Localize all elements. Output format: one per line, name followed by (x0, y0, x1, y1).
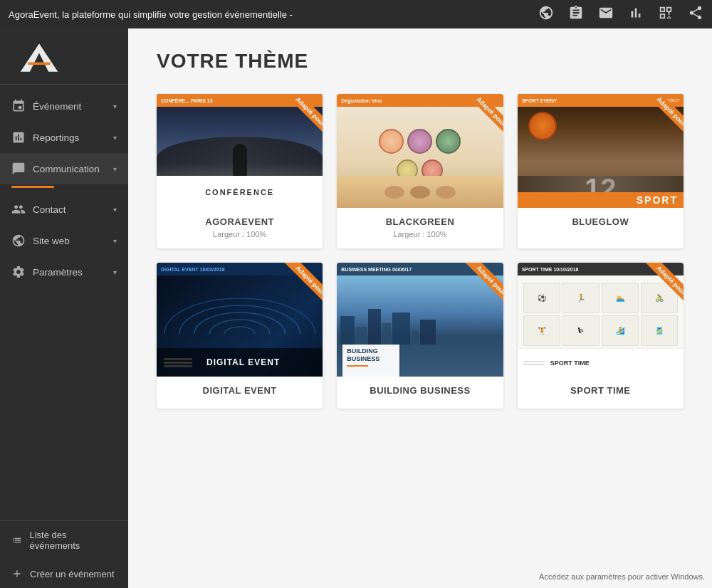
sport-name: SPORT TIME (529, 385, 672, 396)
sidebar-logo (0, 28, 128, 84)
sidebar-item-parametres[interactable]: Paramètres ▾ (0, 256, 128, 288)
business-name: BUILDING BUSINESS (348, 385, 491, 396)
theme-card-blueglow[interactable]: Adapté pour mobile SPORT EVENT 15/03/201… (518, 94, 684, 248)
parametres-label: Paramètres (33, 267, 106, 278)
sidebar-item-contact[interactable]: Contact ▾ (0, 194, 128, 225)
main-content: VOTRE THÈME Adapté pour mobile CONFÉRENC… (128, 28, 712, 588)
business-info: BUILDING BUSINESS (337, 377, 503, 409)
blueglow-info: BLUEGLOW (518, 208, 684, 240)
envelope-icon[interactable] (598, 5, 614, 24)
blueglow-name: BLUEGLOW (529, 216, 672, 227)
evenement-chevron: ▾ (113, 103, 117, 110)
evenement-label: Événement (33, 101, 106, 112)
topbar: AgoraEvent, la plateforme qui simplifie … (0, 0, 712, 28)
agoraevent-size: Largeur : 100% (168, 230, 311, 238)
reportings-label: Reportings (33, 132, 106, 143)
qrcode-icon[interactable] (658, 5, 674, 24)
theme-card-sport[interactable]: Adapté pour mobile SPORT TIME 10/10/2018… (518, 263, 684, 409)
sidebar-bottom: Liste des événements Créer un événement (0, 520, 128, 588)
theme-card-agoraevent[interactable]: Adapté pour mobile CONFÉRENCE CON (157, 94, 323, 248)
site-web-label: Site web (33, 236, 106, 246)
topbar-text: AgoraEvent, la plateforme qui simplifie … (9, 9, 527, 20)
contact-chevron: ▾ (113, 206, 117, 214)
page-title: VOTRE THÈME (157, 50, 684, 73)
svg-point-3 (164, 298, 315, 334)
blackgreen-name: BLACKGREEN (348, 216, 491, 227)
sport-info: SPORT TIME (518, 377, 684, 409)
topbar-icons (538, 5, 703, 24)
blackgreen-info: BLACKGREEN Largeur : 100% (337, 208, 503, 248)
communication-underline (11, 186, 54, 188)
site-web-chevron: ▾ (113, 237, 117, 245)
contact-label: Contact (33, 204, 106, 215)
layout: Événement ▾ Reportings ▾ Communication ▾… (0, 28, 712, 588)
sidebar-item-communication[interactable]: Communication ▾ (0, 153, 128, 184)
creer-evenement-label: Créer un événement (30, 569, 115, 579)
theme-card-blackgreen[interactable]: Adapté pour mobile Dégustation Vins (337, 94, 503, 248)
agoraevent-info: AGORAEVENT Largeur : 100% (157, 208, 323, 248)
clipboard-icon[interactable] (568, 5, 584, 24)
svg-rect-2 (28, 63, 51, 65)
liste-evenements-item[interactable]: Liste des événements (0, 521, 128, 560)
digital-info: DIGITAL EVENT (157, 377, 323, 409)
chart-icon[interactable] (628, 5, 644, 24)
theme-card-digital[interactable]: Adapté pour mobile DIGITAL EVENT 10/02/2… (157, 263, 323, 409)
sidebar-item-reportings[interactable]: Reportings ▾ (0, 122, 128, 153)
creer-evenement-item[interactable]: Créer un événement (0, 560, 128, 588)
blackgreen-size: Largeur : 100% (348, 230, 491, 238)
communication-label: Communication (33, 164, 106, 174)
digital-name: DIGITAL EVENT (168, 385, 311, 396)
reportings-chevron: ▾ (113, 134, 117, 142)
theme-card-business[interactable]: Adapté pour mobile BUSINESS MEETING 04/0… (337, 263, 503, 409)
sidebar-item-evenement[interactable]: Événement ▾ (0, 90, 128, 122)
svg-point-7 (224, 327, 254, 334)
svg-point-5 (194, 313, 285, 334)
agoraevent-name: AGORAEVENT (168, 216, 311, 227)
liste-evenements-label: Liste des événements (30, 530, 117, 551)
sidebar: Événement ▾ Reportings ▾ Communication ▾… (0, 28, 128, 588)
parametres-chevron: ▾ (113, 268, 117, 276)
themes-grid: Adapté pour mobile CONFÉRENCE CON (157, 94, 684, 409)
communication-chevron: ▾ (113, 165, 117, 173)
share-icon[interactable] (688, 5, 703, 24)
globe-icon[interactable] (538, 5, 554, 24)
sidebar-divider (0, 84, 128, 85)
sidebar-item-site-web[interactable]: Site web ▾ (0, 225, 128, 256)
